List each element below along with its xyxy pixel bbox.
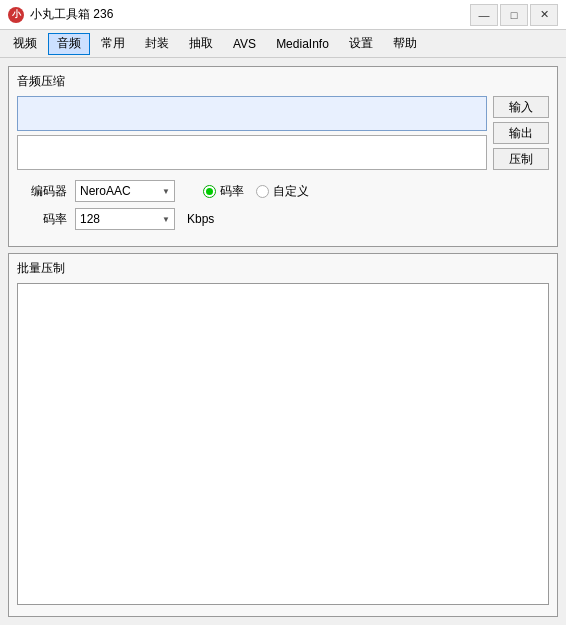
bitrate-row: 码率 64 96 128 192 256 320 Kbps bbox=[17, 208, 549, 230]
menubar: 视频 音频 常用 封装 抽取 AVS MediaInfo 设置 帮助 bbox=[0, 30, 566, 58]
minimize-button[interactable]: — bbox=[470, 4, 498, 26]
input-file-field[interactable] bbox=[17, 96, 487, 131]
inputs-and-buttons: 输入 输出 压制 bbox=[17, 96, 549, 170]
batch-list[interactable] bbox=[17, 283, 549, 605]
bitrate-unit: Kbps bbox=[187, 212, 214, 226]
app-icon: 小 bbox=[8, 7, 24, 23]
side-buttons: 输入 输出 压制 bbox=[493, 96, 549, 170]
bitrate-select[interactable]: 64 96 128 192 256 320 bbox=[75, 208, 175, 230]
menu-item-help[interactable]: 帮助 bbox=[384, 33, 426, 55]
menu-item-common[interactable]: 常用 bbox=[92, 33, 134, 55]
inputs-column bbox=[17, 96, 487, 170]
close-button[interactable]: ✕ bbox=[530, 4, 558, 26]
radio-bitrate[interactable]: 码率 bbox=[203, 183, 244, 200]
output-button[interactable]: 输出 bbox=[493, 122, 549, 144]
input-button[interactable]: 输入 bbox=[493, 96, 549, 118]
compress-button[interactable]: 压制 bbox=[493, 148, 549, 170]
audio-compress-panel: 音频压缩 输入 输出 压制 编码器 NeroAAC FAAC FLAC bbox=[8, 66, 558, 247]
batch-compress-panel: 批量压制 bbox=[8, 253, 558, 617]
encoder-select[interactable]: NeroAAC FAAC FLAC MP3 bbox=[75, 180, 175, 202]
output-file-field[interactable] bbox=[17, 135, 487, 170]
mode-radio-group: 码率 自定义 bbox=[203, 183, 309, 200]
radio-bitrate-circle bbox=[203, 185, 216, 198]
menu-item-package[interactable]: 封装 bbox=[136, 33, 178, 55]
radio-custom[interactable]: 自定义 bbox=[256, 183, 309, 200]
encoder-label: 编码器 bbox=[17, 183, 67, 200]
encoder-select-wrapper: NeroAAC FAAC FLAC MP3 bbox=[75, 180, 175, 202]
main-content: 音频压缩 输入 输出 压制 编码器 NeroAAC FAAC FLAC bbox=[0, 58, 566, 625]
titlebar-left: 小 小丸工具箱 236 bbox=[8, 6, 113, 23]
radio-bitrate-label: 码率 bbox=[220, 183, 244, 200]
radio-custom-circle bbox=[256, 185, 269, 198]
maximize-button[interactable]: □ bbox=[500, 4, 528, 26]
menu-item-mediainfo[interactable]: MediaInfo bbox=[267, 33, 338, 55]
radio-custom-label: 自定义 bbox=[273, 183, 309, 200]
batch-compress-title: 批量压制 bbox=[17, 260, 549, 277]
titlebar-title: 小丸工具箱 236 bbox=[30, 6, 113, 23]
menu-item-settings[interactable]: 设置 bbox=[340, 33, 382, 55]
bitrate-label: 码率 bbox=[17, 211, 67, 228]
menu-item-extract[interactable]: 抽取 bbox=[180, 33, 222, 55]
menu-item-avs[interactable]: AVS bbox=[224, 33, 265, 55]
app-icon-text: 小 bbox=[12, 8, 21, 21]
titlebar-controls: — □ ✕ bbox=[470, 4, 558, 26]
titlebar: 小 小丸工具箱 236 — □ ✕ bbox=[0, 0, 566, 30]
form-area: 编码器 NeroAAC FAAC FLAC MP3 码率 bbox=[17, 180, 549, 230]
audio-compress-title: 音频压缩 bbox=[17, 73, 549, 90]
menu-item-video[interactable]: 视频 bbox=[4, 33, 46, 55]
menu-item-audio[interactable]: 音频 bbox=[48, 33, 90, 55]
encoder-row: 编码器 NeroAAC FAAC FLAC MP3 码率 bbox=[17, 180, 549, 202]
bitrate-select-wrapper: 64 96 128 192 256 320 bbox=[75, 208, 175, 230]
